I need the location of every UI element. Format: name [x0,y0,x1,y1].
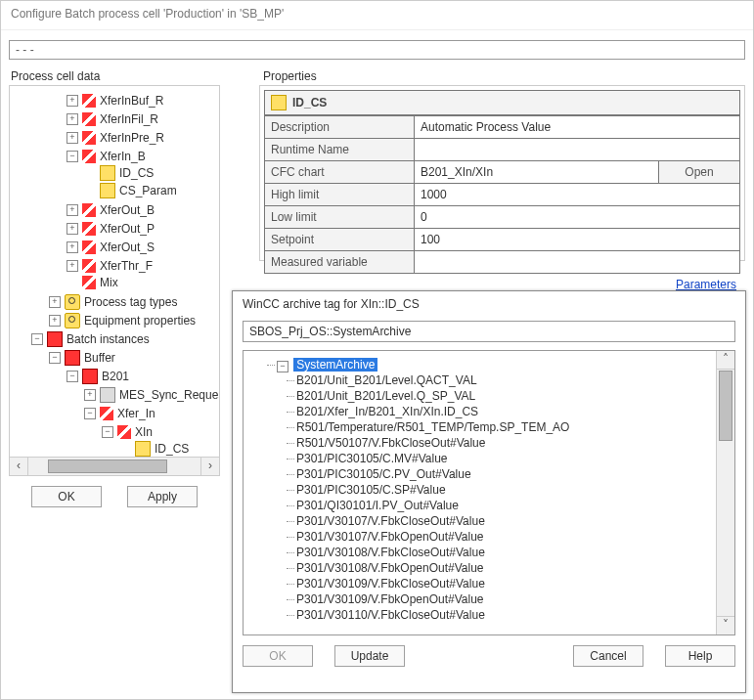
archive-item[interactable]: B201/Unit_B201/Level.QACT_VAL [296,372,731,388]
prop-value[interactable]: 1000 [415,184,740,206]
archive-item[interactable]: P301/PIC30105/C.PV_Out#Value [296,466,731,482]
prop-value[interactable] [415,251,740,274]
process-cell-tree[interactable]: +XferInBuf_R +XferInFil_R +XferInPre_R −… [10,86,219,461]
prop-key: High limit [265,184,415,206]
archive-item[interactable]: P301/V30108/V.FbkOpenOut#Value [296,560,731,576]
property-object-header: ID_CS [264,90,740,115]
tree-item[interactable]: +XferOut_B [67,202,155,218]
phase-icon [82,150,96,163]
prop-value[interactable]: B201_XIn/XIn [415,161,659,184]
dialog-cancel-button[interactable]: Cancel [573,645,643,667]
prop-key: Runtime Name [265,139,415,161]
tree-item[interactable]: +XferOut_S [67,240,155,255]
param-icon [271,95,287,110]
tree-item[interactable]: −B201 [67,369,129,384]
phase-icon [82,203,96,217]
ok-button[interactable]: OK [31,486,102,507]
tree-hscroll[interactable]: ‹ › [10,457,219,475]
tree-item[interactable]: CS_Param [84,183,177,198]
scroll-up-icon[interactable]: ˄ [717,351,734,370]
archive-item[interactable]: B201/Xfer_In/B201_XIn/XIn.ID_CS [296,404,731,419]
archive-item[interactable]: P301/V30107/V.FbkOpenOut#Value [296,529,731,545]
tree-item[interactable]: +Equipment properties [49,313,196,328]
phase-icon [82,259,96,273]
hscroll-thumb[interactable] [48,459,167,473]
tree-item[interactable]: −XIn [102,424,153,440]
tree-item[interactable]: −Buffer [49,350,115,366]
tree-item[interactable]: +Process tag types [49,294,177,310]
tree-item[interactable]: ID_CS [119,441,189,457]
scroll-down-icon[interactable]: ˅ [717,616,734,634]
archive-item[interactable]: P301/PIC30105/C.MV#Value [296,451,731,466]
prop-key: Description [265,116,415,139]
phase-icon [82,241,96,254]
prop-value[interactable]: 0 [415,206,740,229]
window-title: Configure Batch process cell 'Production… [1,1,753,30]
archive-path-field[interactable]: SBOS_Prj_OS::SystemArchive [243,321,735,342]
instances-icon [47,331,63,347]
tree-item[interactable]: −Xfer_In [84,406,155,421]
tree-item[interactable]: −Batch instances [31,331,150,347]
dialog-title: WinCC archive tag for XIn::ID_CS [233,291,745,317]
phase-icon [82,131,96,145]
archive-tree-panel: − SystemArchive B201/Unit_B201/Level.QAC… [243,350,735,635]
prop-key: Low limit [265,206,415,229]
archive-root[interactable]: SystemArchive [293,358,377,372]
phase-icon [82,94,96,108]
archive-item[interactable]: P301/V30109/V.FbkOpenOut#Value [296,591,731,607]
vscroll-thumb[interactable] [719,371,732,441]
group-icon [65,313,80,328]
prop-value[interactable]: Automatic Process Value [415,116,740,139]
archive-tree[interactable]: − SystemArchive B201/Unit_B201/Level.QAC… [244,351,734,629]
properties-panel: ID_CS Description Automatic Process Valu… [259,85,745,261]
archive-item[interactable]: B201/Unit_B201/Level.Q_SP_VAL [296,388,731,404]
tree-item[interactable]: +MES_Sync_Request [84,387,219,403]
scroll-right-icon[interactable]: › [200,458,219,475]
archive-item[interactable]: R501/V50107/V.FbkCloseOut#Value [296,435,731,451]
archive-item[interactable]: R501/Temperature/R501_TEMP/Temp.SP_TEM_A… [296,419,731,435]
archive-item[interactable]: P301/V30108/V.FbkCloseOut#Value [296,545,731,560]
unit-icon [65,350,80,366]
param-icon [135,441,151,457]
info-bar: - - - [9,40,745,60]
phase-icon [82,222,96,236]
apply-button[interactable]: Apply [127,486,198,507]
dialog-help-button[interactable]: Help [665,645,735,667]
tree-item[interactable]: +XferInFil_R [67,111,158,127]
group-icon [65,294,80,310]
parameters-link[interactable]: Parameters [676,278,736,291]
tree-item[interactable]: +XferOut_P [67,221,155,237]
unit-icon [82,369,98,384]
param-icon [100,183,115,198]
process-cell-data-label: Process cell data [11,69,100,83]
dialog-ok-button[interactable]: OK [243,645,313,667]
param-icon [100,165,115,181]
tree-item[interactable]: +XferInPre_R [67,130,164,146]
tree-item[interactable]: +XferThr_F [67,258,153,274]
archive-item[interactable]: P301/V30109/V.FbkCloseOut#Value [296,576,731,591]
tree-item[interactable]: Mix [67,275,118,290]
main-window: Configure Batch process cell 'Production… [0,0,754,700]
archive-item[interactable]: P301/PIC30105/C.SP#Value [296,482,731,498]
archive-item[interactable]: P301/QI30101/I.PV_Out#Value [296,498,731,513]
tree-item[interactable]: −XferIn_B [67,149,146,164]
archive-tag-dialog: WinCC archive tag for XIn::ID_CS SBOS_Pr… [232,290,746,693]
dialog-update-button[interactable]: Update [334,645,405,667]
property-object-name: ID_CS [292,96,327,109]
open-cfc-button[interactable]: Open [659,161,740,184]
prop-value[interactable]: 100 [415,229,740,251]
properties-table: Description Automatic Process Value Runt… [264,115,740,274]
archive-item[interactable]: P301/V30110/V.FbkCloseOut#Value [296,607,731,623]
prop-key: CFC chart [265,161,415,184]
archive-vscroll[interactable]: ˄ ˅ [716,351,734,634]
prop-key: Measured variable [265,251,415,274]
phase-icon [82,276,96,289]
prop-key: Setpoint [265,229,415,251]
tree-item[interactable]: +XferInBuf_R [67,93,163,109]
tree-item[interactable]: ID_CS [84,165,154,181]
phase-icon [100,407,113,420]
archive-item[interactable]: P301/V30107/V.FbkCloseOut#Value [296,513,731,529]
tree-collapse-icon[interactable]: − [277,361,288,372]
scroll-left-icon[interactable]: ‹ [10,458,28,475]
prop-value[interactable] [415,139,740,161]
